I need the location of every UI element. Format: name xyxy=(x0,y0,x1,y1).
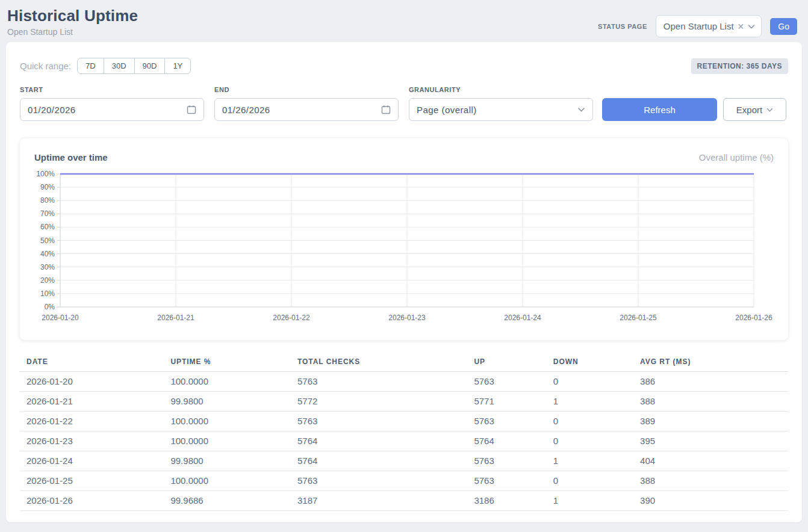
cell-total-checks: 5763 xyxy=(293,372,469,392)
cell-up: 5771 xyxy=(469,392,548,412)
table-row: 2026-01-2199.9800577257711388 xyxy=(20,392,788,412)
refresh-button[interactable]: Refresh xyxy=(602,98,717,121)
granularity-label: GRANULARITY xyxy=(409,86,593,93)
table-row: 2026-01-23100.0000576457640395 xyxy=(20,431,788,451)
page-subtitle: Open Startup List xyxy=(7,27,138,37)
status-page-selected-value: Open Startup List xyxy=(663,21,734,31)
cell-up: 5764 xyxy=(469,431,548,451)
cell-up: 5763 xyxy=(469,451,548,471)
calendar-icon[interactable] xyxy=(381,105,391,114)
cell-date: 2026-01-25 xyxy=(20,471,166,491)
svg-text:80%: 80% xyxy=(40,196,55,205)
cell-uptime: 99.9800 xyxy=(166,451,293,471)
end-date-field: END 01/26/2026 xyxy=(214,86,399,121)
column-header-uptime: UPTIME % xyxy=(166,354,293,372)
cell-date: 2026-01-23 xyxy=(20,431,166,451)
quick-range-7d-button[interactable]: 7D xyxy=(77,58,104,74)
start-date-input[interactable]: 01/20/2026 xyxy=(20,98,204,121)
cell-down: 1 xyxy=(549,491,635,511)
granularity-field: GRANULARITY Page (overall) xyxy=(409,86,593,121)
svg-text:2026-01-23: 2026-01-23 xyxy=(388,314,426,322)
export-button[interactable]: Export xyxy=(723,98,786,121)
uptime-line-chart: 0%10%20%30%40%50%60%70%80%90%100%2026-01… xyxy=(20,169,788,338)
granularity-select[interactable]: Page (overall) xyxy=(409,98,593,121)
cell-up: 3186 xyxy=(469,491,548,511)
cell-total-checks: 5764 xyxy=(293,451,469,471)
svg-text:2026-01-20: 2026-01-20 xyxy=(42,314,79,322)
chevron-down-icon xyxy=(766,108,773,112)
column-header-avg-rt: AVG RT (MS) xyxy=(635,354,788,372)
cell-avg-rt: 395 xyxy=(635,431,788,451)
svg-text:70%: 70% xyxy=(40,209,55,218)
svg-text:100%: 100% xyxy=(36,170,55,178)
clear-selection-icon[interactable]: ✕ xyxy=(738,22,745,31)
svg-text:0%: 0% xyxy=(45,303,55,311)
cell-avg-rt: 388 xyxy=(635,471,788,491)
cell-total-checks: 5763 xyxy=(293,471,469,491)
chevron-down-icon xyxy=(577,107,585,112)
svg-text:90%: 90% xyxy=(40,183,55,191)
quick-range-90d-button[interactable]: 90D xyxy=(134,58,166,74)
cell-total-checks: 5772 xyxy=(293,392,469,412)
title-block: Historical Uptime Open Startup List xyxy=(7,7,138,37)
cell-date: 2026-01-21 xyxy=(20,392,166,412)
page-title: Historical Uptime xyxy=(7,7,138,25)
svg-text:2026-01-24: 2026-01-24 xyxy=(504,314,541,322)
end-date-value: 01/26/2026 xyxy=(222,105,270,115)
cell-down: 0 xyxy=(549,471,635,491)
cell-down: 1 xyxy=(549,451,635,471)
chart-header: Uptime over time Overall uptime (%) xyxy=(20,138,788,162)
cell-date: 2026-01-20 xyxy=(20,372,166,392)
export-button-label: Export xyxy=(736,105,762,115)
uptime-table: DATE UPTIME % TOTAL CHECKS UP DOWN AVG R… xyxy=(20,354,788,511)
cell-total-checks: 5764 xyxy=(293,431,469,451)
header-controls: STATUS PAGE Open Startup List ✕ Go xyxy=(598,15,797,37)
cell-avg-rt: 386 xyxy=(635,372,788,392)
cell-down: 0 xyxy=(549,412,635,431)
uptime-chart-card: Uptime over time Overall uptime (%) 0%10… xyxy=(20,138,788,340)
svg-text:40%: 40% xyxy=(40,250,55,258)
status-page-select[interactable]: Open Startup List ✕ xyxy=(656,15,762,37)
svg-text:50%: 50% xyxy=(40,237,55,245)
go-button[interactable]: Go xyxy=(770,18,797,35)
quick-range-1y-button[interactable]: 1Y xyxy=(164,58,191,74)
start-date-label: START xyxy=(20,86,204,93)
svg-text:60%: 60% xyxy=(40,223,55,231)
quick-range-buttons: 7D 30D 90D 1Y xyxy=(77,58,191,74)
cell-date: 2026-01-22 xyxy=(20,412,166,431)
cell-uptime: 99.9686 xyxy=(166,491,293,511)
cell-avg-rt: 390 xyxy=(635,491,788,511)
cell-uptime: 100.0000 xyxy=(166,431,293,451)
granularity-selected-value: Page (overall) xyxy=(417,105,477,115)
cell-down: 1 xyxy=(549,392,635,412)
cell-uptime: 99.9800 xyxy=(166,392,293,412)
quick-range-label: Quick range: xyxy=(20,61,71,71)
cell-date: 2026-01-24 xyxy=(20,451,166,471)
svg-text:20%: 20% xyxy=(40,276,55,285)
end-date-label: END xyxy=(214,86,399,93)
chevron-down-icon xyxy=(748,24,755,29)
cell-avg-rt: 389 xyxy=(635,412,788,431)
main-panel: Quick range: 7D 30D 90D 1Y RETENTION: 36… xyxy=(6,42,802,522)
page-header: Historical Uptime Open Startup List STAT… xyxy=(0,0,808,42)
table-row: 2026-01-20100.0000576357630386 xyxy=(20,372,788,392)
cell-total-checks: 3187 xyxy=(293,491,469,511)
column-header-down: DOWN xyxy=(549,354,635,372)
cell-avg-rt: 388 xyxy=(635,392,788,412)
cell-uptime: 100.0000 xyxy=(166,412,293,431)
table-header: DATE UPTIME % TOTAL CHECKS UP DOWN AVG R… xyxy=(20,354,788,372)
table-body: 2026-01-20100.00005763576303862026-01-21… xyxy=(20,372,788,511)
svg-text:30%: 30% xyxy=(40,263,55,271)
status-page-label: STATUS PAGE xyxy=(598,23,647,30)
cell-up: 5763 xyxy=(469,471,548,491)
svg-text:2026-01-21: 2026-01-21 xyxy=(157,314,194,322)
quick-range-group: Quick range: 7D 30D 90D 1Y xyxy=(20,58,191,74)
quick-range-30d-button[interactable]: 30D xyxy=(104,58,135,74)
filter-row: START 01/20/2026 END 01/26/2026 xyxy=(20,86,788,121)
column-header-total-checks: TOTAL CHECKS xyxy=(293,354,469,372)
calendar-icon[interactable] xyxy=(187,105,196,114)
cell-total-checks: 5763 xyxy=(293,412,469,431)
start-date-field: START 01/20/2026 xyxy=(20,86,204,121)
toolbar-row: Quick range: 7D 30D 90D 1Y RETENTION: 36… xyxy=(20,58,788,74)
end-date-input[interactable]: 01/26/2026 xyxy=(214,98,399,121)
